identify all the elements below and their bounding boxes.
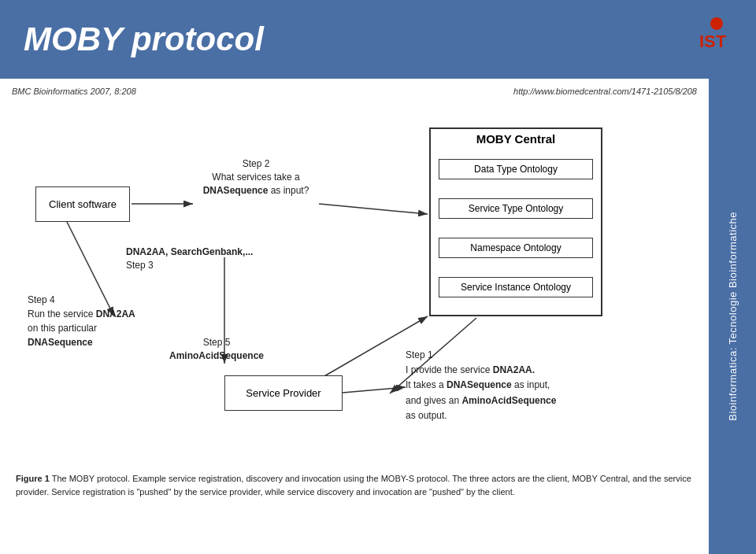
svg-point-0 — [710, 17, 723, 30]
step5-label: Step 5 AminoAcidSequence — [169, 336, 264, 363]
step2-title: Step 2 — [193, 157, 319, 171]
service-provider-label: Service Provider — [246, 387, 321, 399]
step2-text: What services take a DNASequence as inpu… — [193, 171, 319, 198]
service-instance-ontology-box: Service Instance Ontology — [439, 277, 593, 297]
caption: Figure 1 The MOBY protocol. Example serv… — [12, 472, 697, 498]
header: MOBY protocol IST — [0, 0, 756, 79]
sidebar: Bioinformatica: Tecnologie Bioinformatic… — [709, 79, 756, 554]
moby-central-container: MOBY Central Data Type Ontology Service … — [429, 127, 602, 316]
step1-label: Step 1 I provide the service DNA2AA. It … — [406, 348, 556, 423]
citation-bar: BMC Bioinformatics 2007, 8:208 http://ww… — [12, 87, 697, 96]
moby-central-title: MOBY Central — [431, 127, 601, 150]
service-provider-box: Service Provider — [224, 375, 343, 411]
svg-line-9 — [343, 387, 406, 393]
namespace-ontology-box: Namespace Ontology — [439, 238, 593, 258]
caption-title: Figure 1 — [16, 474, 50, 483]
step3-label: DNA2AA, SearchGenbank,... Step 3 — [126, 246, 253, 272]
sidebar-label: Bioinformatica: Tecnologie Bioinformatic… — [727, 212, 739, 421]
svg-line-5 — [319, 204, 428, 214]
main-content: BMC Bioinformatics 2007, 8:208 http://ww… — [0, 79, 709, 554]
citation-right: http://www.biomedcentral.com/1471-2105/8… — [513, 87, 697, 96]
diagram: Client software MOBY Central Data Type O… — [12, 104, 705, 466]
citation-left: BMC Bioinformatics 2007, 8:208 — [12, 87, 136, 96]
caption-body: The MOBY protocol. Example service regis… — [16, 474, 691, 497]
client-software-label: Client software — [49, 198, 117, 210]
step2-label: Step 2 What services take a DNASequence … — [193, 157, 319, 197]
logo: IST — [693, 9, 740, 57]
step4-title: Step 4 — [28, 293, 135, 307]
data-type-ontology-box: Data Type Ontology — [439, 159, 593, 179]
page-title: MOBY protocol — [24, 20, 264, 58]
service-type-ontology-box: Service Type Ontology — [439, 198, 593, 219]
svg-text:IST: IST — [699, 31, 727, 51]
step4-label: Step 4 Run the service DNA2AA on this pa… — [28, 293, 135, 349]
client-software-box: Client software — [35, 187, 130, 222]
